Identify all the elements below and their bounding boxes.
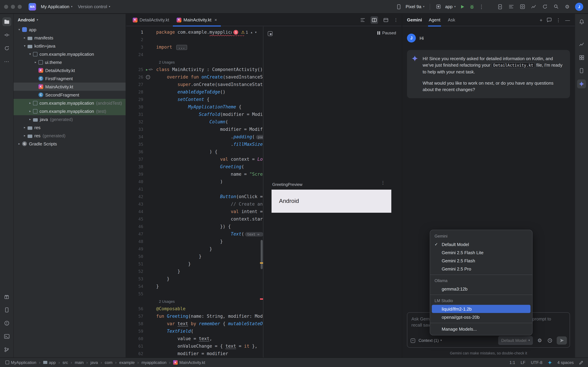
hide-panel-icon[interactable]: — [565, 17, 570, 23]
code-line[interactable]: 46 }) { [126, 223, 263, 230]
context-actions-icon[interactable]: </> [148, 66, 152, 73]
problems-icon[interactable] [2, 319, 11, 328]
line-number[interactable]: 1 [126, 29, 146, 36]
model-option[interactable]: gemma3:12b [432, 285, 530, 293]
line-number[interactable]: 54 [126, 283, 146, 290]
whats-new-icon[interactable] [2, 292, 11, 301]
profiler-icon[interactable] [530, 3, 537, 10]
line-number[interactable]: 42 [126, 193, 146, 200]
code-line[interactable]: 57fun Greeting(name: String, modifier: M… [126, 313, 263, 320]
chat-history-icon[interactable] [547, 18, 552, 22]
preview-options-icon[interactable]: ⋮ [381, 180, 385, 185]
override-gutter-icon[interactable]: ↑ [146, 75, 150, 79]
line-number[interactable]: 30 [126, 103, 146, 111]
line-number[interactable]: 61 [126, 342, 146, 350]
close-window-icon[interactable] [4, 5, 8, 9]
code-line[interactable]: 3import ... [126, 43, 263, 51]
chevron-down-icon[interactable]: ▾ [22, 44, 27, 48]
line-number[interactable]: 44 [126, 208, 146, 216]
add-context-icon[interactable]: + [411, 338, 415, 343]
line-number[interactable]: 27 [126, 81, 146, 88]
notifications-icon[interactable] [577, 17, 586, 26]
line-number[interactable]: 57 [126, 313, 146, 320]
code-line[interactable]: 47 Text(text = "Go to Detail") [126, 230, 263, 238]
line-number[interactable]: 3 [126, 43, 146, 51]
tree-item[interactable]: ▸com.example.myapplication(androidTest) [14, 99, 126, 107]
next-problem-icon[interactable]: ▾ [255, 31, 257, 34]
caret-position[interactable]: 1:1 [510, 360, 515, 365]
editor-scrollbar[interactable] [261, 240, 263, 269]
window-controls[interactable] [0, 5, 26, 9]
close-tab-icon[interactable]: × [215, 17, 217, 22]
more-icon[interactable]: ⋮ [394, 17, 398, 22]
line-number[interactable]: 38 [126, 163, 146, 171]
line-number[interactable]: 52 [126, 268, 146, 275]
breadcrumb-item[interactable]: java [90, 360, 99, 365]
tree-item[interactable]: KDetailActivity.kt [14, 66, 126, 75]
inspection-widget[interactable]: 1 ⚠ 1 ▴ ▾ [232, 29, 258, 35]
line-number[interactable]: 62 [126, 350, 146, 358]
context-chip[interactable]: Context (1) ▾ [419, 337, 442, 343]
code-line[interactable]: 31 Scaffold(modifier = Modifier.fillMaxS… [126, 111, 263, 118]
tree-item[interactable]: ▸res [14, 123, 126, 132]
terminal-icon[interactable] [2, 332, 11, 341]
model-selector-chip[interactable]: Default Model ▾ [498, 336, 533, 345]
line-number[interactable]: 51 [126, 260, 146, 268]
user-avatar[interactable]: J [575, 2, 583, 11]
breadcrumb-item[interactable]: app [42, 360, 56, 365]
tree-item[interactable]: ▾app [14, 25, 126, 34]
preview-render-surface[interactable]: Android [272, 190, 391, 213]
zoom-to-fit-icon[interactable] [268, 31, 273, 36]
tab-agent[interactable]: Agent [428, 14, 441, 26]
ai-status-icon[interactable] [548, 360, 552, 365]
breadcrumb-item[interactable]: myapplication [141, 360, 167, 365]
line-number[interactable]: 45 [126, 216, 146, 223]
warning-count[interactable]: ⚠ 1 [241, 30, 248, 35]
line-number[interactable]: 59 [126, 328, 146, 335]
code-line[interactable]: 38 Greeting( [126, 163, 263, 171]
code-line[interactable]: 52 } [126, 268, 263, 275]
version-control-icon[interactable] [2, 345, 11, 354]
chevron-right-icon[interactable]: ▸ [27, 109, 33, 113]
chevron-down-icon[interactable]: ▾ [16, 28, 22, 31]
chevron-right-icon[interactable]: ▸ [27, 117, 33, 121]
code-line[interactable]: 61 onValueChange = { text = it }, [126, 342, 263, 350]
device-manager-icon[interactable] [2, 306, 11, 314]
run-configuration-selector[interactable]: app ▾ [445, 3, 456, 10]
line-number[interactable]: 33 [126, 126, 146, 133]
line-number[interactable]: 28 [126, 88, 146, 96]
code-line[interactable]: 42 Button(onClick = { [126, 193, 263, 200]
chevron-right-icon[interactable]: ▸ [16, 142, 22, 145]
running-devices-icon[interactable] [577, 66, 586, 75]
code-line[interactable]: 35 .fillMaxSize() [126, 141, 263, 148]
code-line[interactable]: 40 ) [126, 178, 263, 185]
panel-options-icon[interactable]: ⋮ [556, 17, 561, 23]
model-option[interactable]: Gemini 2.5 Pro [432, 265, 530, 273]
sync-tool-icon[interactable] [2, 44, 11, 53]
tree-item[interactable]: CFirstFragment [14, 75, 126, 83]
line-number[interactable]: 43 [126, 200, 146, 208]
project-tool-icon[interactable] [2, 17, 11, 26]
previous-problem-icon[interactable]: ▴ [251, 31, 252, 34]
sync-project-icon[interactable] [541, 3, 548, 10]
zoom-window-icon[interactable] [18, 5, 22, 9]
code-line[interactable]: 49 } [126, 245, 263, 253]
view-split-icon[interactable] [371, 16, 378, 24]
commit-tool-icon[interactable] [2, 31, 11, 39]
project-menu[interactable]: My Application ▾ [38, 3, 75, 10]
tree-item[interactable]: ▸com.example.myapplication(test) [14, 107, 126, 115]
code-line[interactable]: 60 value = text, [126, 335, 263, 342]
code-line[interactable]: 62 modifier = modifier [126, 350, 263, 358]
line-number[interactable]: 34 [126, 133, 146, 141]
code-line[interactable]: 55 [126, 290, 263, 298]
tree-item[interactable]: ▸manifests [14, 34, 126, 42]
code-line[interactable]: 37 val context = LocalContext.current [126, 156, 263, 163]
line-number[interactable]: 50 [126, 253, 146, 260]
tree-item[interactable]: ▾kotlin+java [14, 42, 126, 50]
model-option[interactable]: Manage Models... [432, 325, 530, 333]
breadcrumb-item[interactable]: src [62, 360, 69, 365]
code-line[interactable]: 34 .padding(paddingValues = innerPadding… [126, 133, 263, 141]
profiler-tool-icon[interactable] [577, 40, 586, 49]
code-line[interactable]: 2 Usages [126, 58, 263, 66]
send-button[interactable] [557, 336, 567, 345]
